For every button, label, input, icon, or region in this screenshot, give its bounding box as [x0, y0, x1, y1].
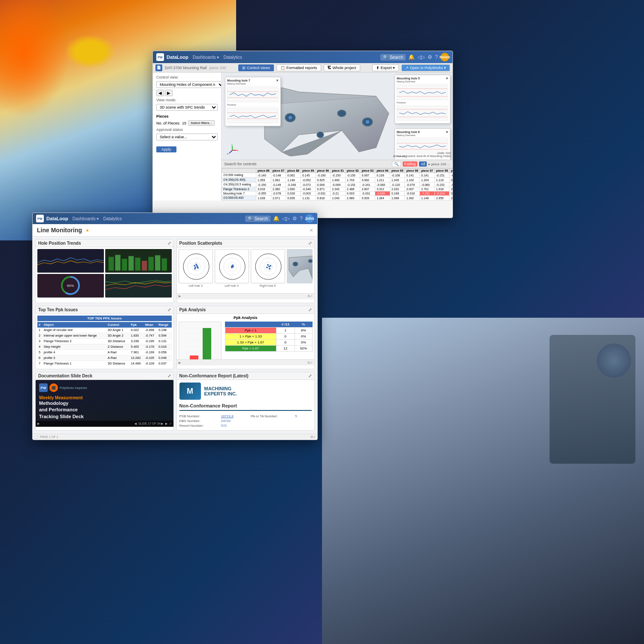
ncr-company-logo: M [179, 383, 201, 400]
approval-select[interactable]: Select a value... [156, 134, 218, 140]
tab-formatted-reports[interactable]: 📋 Formatted reports [276, 64, 321, 71]
dashboard-user-avatar[interactable]: John [305, 214, 314, 223]
app-logo: PW [156, 53, 164, 61]
close-dashboard-icon[interactable]: ✕ [310, 228, 313, 233]
row-label: ∅4.350(∅0.5 mating [222, 182, 256, 187]
dashboard-titlebar-search[interactable]: 🔍 Search [245, 216, 271, 222]
dashboard-help-icon[interactable]: ? [300, 216, 303, 222]
col-p92: piece 92 [345, 169, 360, 173]
view-mode-row: View mode: [155, 97, 219, 103]
scatter-plots-row: Left hole 3 [179, 249, 313, 287]
svg-point-60 [231, 267, 233, 268]
svg-point-69 [269, 268, 270, 270]
slide-prev-icon[interactable]: ◀ [134, 422, 137, 425]
spc-close-icon2[interactable]: ✕ [446, 77, 448, 80]
ncr-fields: PSB Number: 16723.8 PA or TA Number: 5 D… [179, 414, 312, 427]
open-in-polyworks-button[interactable]: ↗ Open in PolyWorks ▾ [401, 64, 450, 71]
ppk10-expand-icon[interactable]: ⤢ [167, 307, 171, 312]
control-views-icon: ⊞ [242, 66, 246, 70]
documentation-expand-icon[interactable]: ⤢ [167, 374, 171, 378]
ppk-analysis-header: Ppk Analysis ⤢ [177, 306, 315, 314]
slide-number: SLIDE 17 OF 34 ▶ [138, 422, 163, 425]
scatter-plot-left-hole3: Left hole 3 [179, 249, 213, 287]
view-mode-select-row: 3D scene with SPC trends [155, 103, 219, 112]
titlebar-search[interactable]: 🔍 Search [380, 54, 406, 61]
ppk-fullscreen-icon[interactable]: ⤢ [310, 361, 313, 365]
search-icon-btn[interactable]: 🔍 [392, 161, 401, 167]
spc-hole5-diameter-chart [397, 85, 448, 100]
pieces-row: No. of Pieces: 15 Select filters... [155, 119, 219, 127]
prev-view-button[interactable]: ◀ [156, 90, 164, 96]
documentation-body: PW ⬛ PolyWorks Inspector Weekly Measurem… [36, 380, 173, 427]
dashboard-app-name: DataLoop [46, 216, 68, 221]
widget-ppk10: Top Ten Ppk Issues ⤢ TOP TEN PPK Issues … [35, 306, 174, 370]
dashboard-share-icon[interactable]: ◁▷ [282, 216, 290, 222]
user-avatar[interactable]: Helen [440, 53, 449, 61]
settings-icon[interactable]: ⚙ [428, 54, 432, 60]
spc-close-icon[interactable]: ✕ [276, 79, 279, 82]
export-button[interactable]: ⬆ Export ▾ [372, 64, 399, 71]
col-control [222, 169, 256, 173]
inspector-body: Control view: Mounting Holes of Componen… [153, 73, 453, 200]
tab-whole-project[interactable]: 🏗 Whole project [324, 64, 360, 71]
share-icon[interactable]: ◁▷ [417, 54, 425, 60]
dashboard-nav-dashboards[interactable]: Dashboards ▾ [73, 216, 99, 221]
table-row: ∅3.500∅0.400 1.0282.0710.9351.1310.8181.… [222, 196, 453, 200]
ncr-report-title: Non-Conformance Report [179, 403, 312, 411]
row-label: Flange Thickness 2 [222, 187, 256, 191]
inspector-left-panel: Control view: Mounting Holes of Componen… [153, 73, 222, 200]
nav-datalytics[interactable]: Datalytics [223, 55, 242, 60]
dashboard-nav-datalytics[interactable]: Datalytics [103, 216, 122, 221]
spc-close-icon3[interactable]: ✕ [446, 131, 448, 134]
help-icon[interactable]: ? [435, 54, 438, 60]
ncr-pa-value: 5 [295, 414, 312, 418]
svg-line-20 [229, 150, 232, 153]
spc-card-hole7: Mounting hole 7 ✕ Mating Diameter Positi… [225, 77, 281, 126]
view-mode-select[interactable]: 3D scene with SPC trends [156, 104, 218, 111]
ppk-analysis-expand-icon[interactable]: ⤢ [308, 307, 312, 312]
ncr-psb-value[interactable]: 16723.8 [221, 414, 248, 418]
apply-row: Apply [155, 145, 219, 154]
svg-point-48 [194, 265, 195, 267]
trend-chart-3 [105, 274, 172, 298]
select-filters-button[interactable]: Select filters... [188, 120, 215, 126]
nav-dashboards[interactable]: Dashboards ▾ [193, 55, 219, 60]
slide-next-icon[interactable]: ▶ [165, 422, 167, 425]
slide-fullscreen-icon[interactable]: ⤢ [169, 422, 172, 425]
svg-rect-28 [115, 255, 120, 271]
hole-trends-header: Hole Position Trends ⤢ [36, 240, 173, 247]
trend-gauge: 60% [37, 274, 104, 298]
control-view-select[interactable]: Mounting Holes of Component A [156, 81, 222, 88]
next-view-button[interactable]: ▶ [165, 90, 173, 96]
axes-indicator: x y z [226, 144, 239, 158]
spc-hole5-position-label: Position [397, 101, 448, 105]
failing-badge[interactable]: Failing [403, 161, 418, 167]
bell-icon[interactable]: 🔔 [408, 54, 415, 60]
star-icon[interactable]: ★ [85, 228, 89, 233]
ppk10-col-mean: Mean [144, 322, 157, 328]
ppk-analysis-content: 100% 98% 96% 94% 92% 90% 88% [179, 322, 313, 365]
svg-rect-34 [155, 255, 160, 271]
col-p95: piece 95 [390, 169, 405, 173]
svg-point-73 [308, 259, 313, 263]
scatter-plot-right-hole6: Right hole 6 [251, 249, 285, 287]
all-badge[interactable]: All [419, 161, 427, 167]
ncr-report-label: Report Number: [179, 424, 219, 427]
scatter-footer-icon[interactable]: ▶ [179, 295, 181, 298]
col-p87: piece 87 [271, 169, 286, 173]
ppk-footer-icon[interactable]: ▶ [179, 361, 181, 365]
scatter-expand-icon[interactable]: ⤢ [308, 241, 312, 246]
ppk10-header: Top Ten Ppk Issues ⤢ [36, 306, 173, 314]
dashboard-settings-icon[interactable]: ⚙ [292, 216, 297, 222]
table-scroll-area[interactable]: piece 86 piece 87 piece 88 piece 89 piec… [222, 168, 453, 200]
apply-button[interactable]: Apply [156, 146, 176, 152]
widget-expand-icon[interactable]: ⤢ [167, 241, 171, 246]
table-row: 1Angle of circular slot3D Angle 10.022-0… [37, 328, 172, 333]
ncr-company-info: MACHINING EXPERTS INC. [204, 386, 237, 396]
scatter-fullscreen-icon[interactable]: ⤢ [310, 295, 313, 298]
ncr-expand-icon[interactable]: ⤢ [308, 374, 312, 378]
export-icon: ⬆ [376, 66, 380, 70]
slide-play-icon[interactable]: ▶ [37, 422, 39, 425]
tab-control-views[interactable]: ⊞ Control views [238, 64, 274, 71]
dashboard-bell-icon[interactable]: 🔔 [273, 216, 279, 222]
